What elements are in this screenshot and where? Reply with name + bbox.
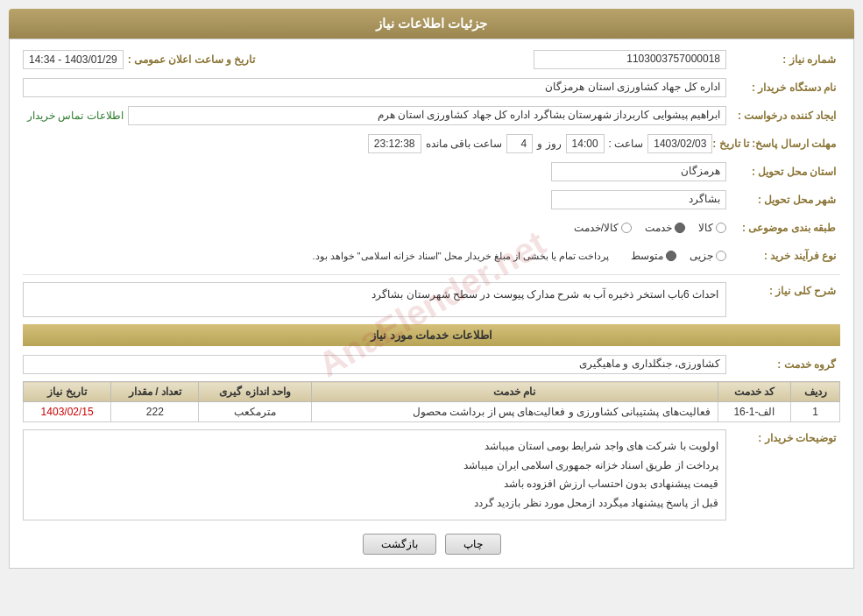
saat-label: ساعت : (605, 138, 648, 150)
roz-label: روز و (533, 138, 565, 150)
page-container: جزئیات اطلاعات نیاز AnaElender.net شماره… (0, 0, 863, 577)
sharhKoli-value: احداث 6باب استخر ذخیره آب به شرح مدارک پ… (23, 282, 726, 317)
radio-jozii-label: جزیی (690, 250, 713, 262)
radio-kala[interactable]: کالا (698, 222, 726, 234)
row-ostan: استان محل تحویل : هرمزگان (23, 160, 840, 183)
namDastgah-value: اداره کل جهاد کشاورزی استان هرمزگان (23, 78, 726, 97)
row-sharhKoli: شرح کلی نیاز : احداث 6باب استخر ذخیره آب… (23, 282, 840, 317)
btn-bazgasht[interactable]: بازگشت (363, 534, 436, 555)
radio-khedmat-circle (675, 223, 685, 233)
naveFarayand-radio-group: جزیی متوسط پرداخت تمام یا بخشی از مبلغ خ… (312, 250, 726, 262)
naveFarayand-note: پرداخت تمام یا بخشی از مبلغ خریدار محل "… (312, 251, 618, 262)
radio-motavaset-circle (666, 251, 676, 261)
cell-vahed: مترمکعب (199, 402, 311, 422)
row-tosihKharidar: توضیحات خریدار : اولویت با شرکت های واجد… (23, 429, 840, 520)
btn-chap[interactable]: چاپ (445, 534, 501, 555)
naveFarayand-label: نوع فرآیند خرید : (726, 250, 840, 262)
ostan-value: هرمزگان (551, 162, 726, 181)
shomareNiaz-value: 1103003757000018 (534, 50, 726, 69)
radio-khedmat[interactable]: خدمت (645, 222, 685, 234)
namDastgah-label: نام دستگاه خریدار : (726, 81, 840, 94)
radio-kala-khedmat-label: کالا/خدمت (574, 222, 619, 234)
radio-jozii-circle (716, 251, 726, 261)
radio-kala-khedmat[interactable]: کالا/خدمت (574, 222, 632, 234)
row-tabaqe: طبقه بندی موضوعی : کالا خدمت کالا/خدمت (23, 216, 840, 239)
ejadKonande-label: ایجاد کننده درخواست : (726, 110, 840, 122)
col-radif: ردیف (791, 382, 840, 402)
row-shomareNiaz: شماره نیاز : 1103003757000018 تاریخ و سا… (23, 48, 840, 71)
mohlat-date: 1403/02/03 (647, 134, 712, 153)
radio-motavaset-label: متوسط (631, 250, 663, 262)
col-name: نام خدمت (311, 382, 718, 402)
tosihKharidar-label: توضیحات خریدار : (726, 429, 840, 444)
sharhKoli-label: شرح کلی نیاز : (726, 282, 840, 297)
khadamat-table: ردیف کد خدمت نام خدمت واحد اندازه گیری ت… (23, 381, 840, 422)
radio-khedmat-label: خدمت (645, 222, 672, 234)
tosihKharidar-content: اولویت با شرکت های واجد شرایط بومی استان… (23, 429, 726, 520)
row-ejadKonande: ایجاد کننده درخواست : ابراهیم پیشوایی کا… (23, 104, 840, 127)
col-vahed: واحد اندازه گیری (199, 382, 311, 402)
button-row: چاپ بازگشت (23, 534, 840, 555)
table-header-row: ردیف کد خدمت نام خدمت واحد اندازه گیری ت… (24, 382, 840, 402)
saat-value: 14:00 (566, 134, 605, 153)
shahr-label: شهر محل تحویل : (726, 194, 840, 206)
header-title: جزئیات اطلاعات نیاز (376, 16, 487, 31)
radio-motavaset[interactable]: متوسط (631, 250, 676, 262)
radio-jozii[interactable]: جزیی (690, 250, 726, 262)
roz-value: 4 (506, 134, 533, 153)
radio-kala-circle (716, 223, 726, 233)
radio-kala-khedmat-circle (621, 223, 632, 233)
row-naveFarayand: نوع فرآیند خرید : جزیی متوسط پرداخت تمام… (23, 244, 840, 267)
row-groheKhadmat: گروه خدمت : کشاورزی، جنگلداری و ماهیگیری (23, 353, 840, 376)
ostan-label: استان محل تحویل : (726, 166, 840, 178)
row-mohlat: مهلت ارسال پاسخ: تا تاریخ : 1403/02/03 س… (23, 132, 840, 155)
col-kod: کد خدمت (718, 382, 790, 402)
row-shahr: شهر محل تحویل : بشاگرد (23, 188, 840, 211)
groheKhadmat-label: گروه خدمت : (726, 358, 840, 371)
tabaqe-radio-group: کالا خدمت کالا/خدمت (574, 222, 726, 234)
cell-name: فعالیت‌های پشتیبانی کشاورزی و فعالیت‌های… (311, 402, 718, 422)
section-khadamat-title: اطلاعات خدمات مورد نیاز (23, 324, 840, 346)
tarikh-label: تاریخ و ساعت اعلان عمومی : (124, 53, 260, 66)
tabaqe-label: طبقه بندی موضوعی : (726, 222, 840, 234)
sharhKoli-content: احداث 6باب استخر ذخیره آب به شرح مدارک پ… (23, 282, 726, 317)
table-row: 1 الف-1-16 فعالیت‌های پشتیبانی کشاورزی و… (24, 402, 840, 422)
cell-radif: 1 (791, 402, 840, 422)
main-content: AnaElender.net شماره نیاز : 110300375700… (9, 39, 854, 569)
remaining-label: ساعت باقی مانده (421, 138, 507, 150)
groheKhadmat-value: کشاورزی، جنگلداری و ماهیگیری (23, 355, 726, 374)
divider-1 (23, 274, 840, 275)
col-tedad: تعداد / مقدار (111, 382, 199, 402)
ejadKonande-value: ابراهیم پیشوایی کاربرداز شهرستان بشاگرد … (128, 106, 726, 125)
cell-kod: الف-1-16 (718, 402, 790, 422)
mohlat-label: مهلت ارسال پاسخ: تا تاریخ : (712, 138, 840, 150)
col-tarikh: تاریخ نیاز (24, 382, 111, 402)
radio-kala-label: کالا (698, 222, 713, 234)
row-namDastgah: نام دستگاه خریدار : اداره کل جهاد کشاورز… (23, 76, 840, 99)
tosihKharidar-value: اولویت با شرکت های واجد شرایط بومی استان… (23, 429, 726, 520)
tarikh-value: 1403/01/29 - 14:34 (23, 50, 124, 69)
cell-tarikh: 1403/02/15 (24, 402, 111, 422)
cell-tedad: 222 (111, 402, 199, 422)
remaining-value: 23:12:38 (368, 134, 421, 153)
shomareNiaz-label: شماره نیاز : (726, 53, 840, 66)
ejadKonande-link[interactable]: اطلاعات تماس خریدار (23, 110, 128, 122)
page-header: جزئیات اطلاعات نیاز (9, 9, 854, 39)
shahr-value: بشاگرد (551, 190, 726, 209)
